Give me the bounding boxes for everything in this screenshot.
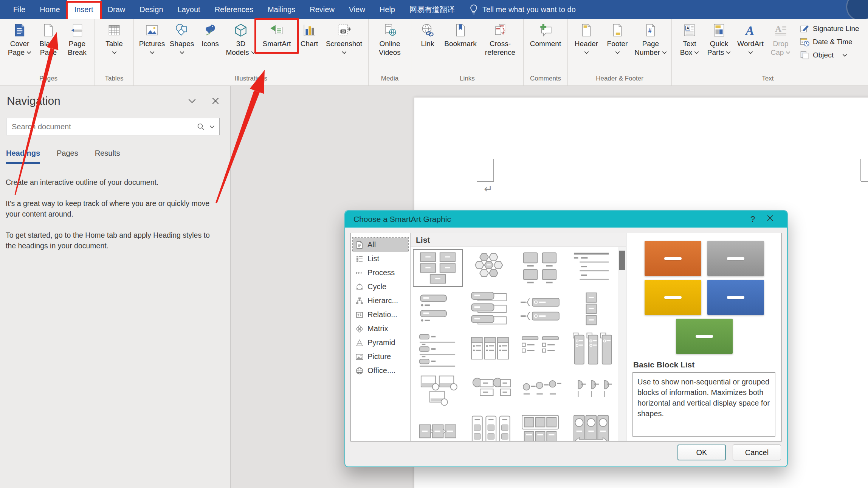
icons-button[interactable]: Icons <box>197 19 224 57</box>
account-avatar[interactable] <box>846 0 868 19</box>
tab-draw[interactable]: Draw <box>101 0 133 19</box>
drop-cap-button[interactable]: A Drop Cap <box>767 19 794 57</box>
gallery-section-header: List <box>411 233 626 247</box>
footer-button[interactable]: Footer <box>602 19 633 57</box>
online-videos-button[interactable]: Online Videos <box>372 19 408 57</box>
chevron-down-icon <box>615 51 620 54</box>
pane-options-chevron-icon[interactable] <box>187 96 197 106</box>
link-button[interactable]: Link <box>414 19 441 57</box>
smartart-thumbnail-half-circle-list[interactable] <box>567 372 617 409</box>
smartart-thumbnail-continuous-picture-list[interactable] <box>567 412 617 441</box>
wordart-button[interactable]: A WordArt <box>734 19 767 57</box>
smartart-thumbnail-lined-list-overlap[interactable] <box>464 290 514 328</box>
search-input[interactable] <box>6 122 197 131</box>
gallery-scrollbar-thumb[interactable] <box>619 251 625 270</box>
tab-design[interactable]: Design <box>132 0 170 19</box>
category-item-pyramid[interactable]: Pyramid <box>353 336 408 350</box>
gallery-scrollbar[interactable] <box>618 247 626 441</box>
signature-line-button[interactable]: Signature Line <box>800 24 859 34</box>
tab-file[interactable]: File <box>6 0 33 19</box>
chart-button[interactable]: Chart <box>296 19 323 57</box>
cover-page-button[interactable]: Cover Page <box>5 19 34 57</box>
smartart-thumbnail-vertical-bullet-list[interactable] <box>413 290 463 328</box>
category-item-all[interactable]: All <box>353 238 408 252</box>
bookmark-button[interactable]: Bookmark <box>441 19 480 57</box>
category-item-list[interactable]: List <box>353 252 408 266</box>
shapes-button[interactable]: Shapes <box>167 19 197 57</box>
pane-close-icon[interactable] <box>211 96 220 106</box>
tab-home[interactable]: Home <box>33 0 67 19</box>
smartart-thumbnail-circle-accent-list[interactable] <box>464 372 514 409</box>
help-paragraph: To get started, go to the Home tab and a… <box>6 230 220 251</box>
ok-button[interactable]: OK <box>677 445 726 460</box>
search-icon[interactable] <box>197 122 205 131</box>
header-button[interactable]: Header <box>571 19 602 57</box>
tab-view[interactable]: View <box>342 0 372 19</box>
quick-parts-button[interactable]: Quick Parts <box>704 19 734 57</box>
category-item-office[interactable]: Office.... <box>353 364 408 378</box>
smartart-thumbnail-stacked-list[interactable] <box>464 412 514 441</box>
cross-reference-button[interactable]: Cross- reference <box>480 19 520 57</box>
smartart-thumbnail-increasing-list[interactable] <box>413 331 463 369</box>
tab-layout[interactable]: Layout <box>170 0 208 19</box>
cancel-button[interactable]: Cancel <box>733 445 781 460</box>
tab-help[interactable]: Help <box>372 0 402 19</box>
tell-me-box[interactable]: Tell me what you want to do <box>462 0 583 19</box>
comment-icon <box>538 23 553 37</box>
svg-text:#: # <box>648 28 652 34</box>
category-item-process[interactable]: Process <box>353 266 408 280</box>
smartart-thumbnail-picture-accent-list[interactable] <box>413 372 463 409</box>
paragraph-mark: ↵ <box>484 183 493 195</box>
smartart-thumbnail-basic-block-list[interactable] <box>413 249 463 287</box>
smartart-thumbnail-vertical-box-list[interactable] <box>567 290 617 328</box>
help-button[interactable]: ? <box>744 214 761 224</box>
smartart-button[interactable]: SmartArt <box>258 19 296 57</box>
tab-mailings[interactable]: Mailings <box>260 0 302 19</box>
hierarchy-category-icon <box>355 297 364 305</box>
smartart-thumbnail-horizontal-bullet-list[interactable] <box>515 331 565 369</box>
smartart-thumbnail-alternating-hexagons[interactable] <box>464 249 514 287</box>
smartart-thumbnail-vertical-accent-list[interactable] <box>567 331 617 369</box>
page-number-button[interactable]: # Page Number <box>633 19 668 57</box>
ribbon-group-illustrations: Pictures Shapes Icons 3D Models SmartArt <box>134 19 369 85</box>
tab-insert[interactable]: Insert <box>67 0 101 19</box>
preview-shape-green <box>676 319 733 354</box>
category-item-hierarchy[interactable]: Hierarc... <box>353 294 408 308</box>
gallery-grid <box>412 247 617 441</box>
smartart-thumbnail-lined-list[interactable] <box>567 249 617 287</box>
dialog-title-bar[interactable]: Choose a SmartArt Graphic ? <box>345 211 787 228</box>
tab-youdao-translate[interactable]: 网易有道翻译 <box>402 0 462 19</box>
smartart-thumbnail-bending-list[interactable] <box>413 412 463 441</box>
dialog-footer: OK Cancel <box>677 445 781 460</box>
tab-references[interactable]: References <box>208 0 260 19</box>
category-item-matrix[interactable]: Matrix <box>353 322 408 336</box>
comment-button[interactable]: Comment <box>527 19 564 57</box>
tab-review[interactable]: Review <box>302 0 342 19</box>
ribbon-group-media: Online Videos Media <box>369 19 411 85</box>
smartart-thumbnail-picture-caption-list[interactable] <box>515 249 565 287</box>
category-item-picture[interactable]: Picture <box>353 350 408 364</box>
smartart-thumbnail-grouped-list[interactable] <box>515 412 565 441</box>
tab-results[interactable]: Results <box>95 149 120 164</box>
tab-pages[interactable]: Pages <box>57 149 78 164</box>
category-item-relationship[interactable]: Relatio... <box>353 308 408 322</box>
dialog-close-button[interactable] <box>761 214 779 224</box>
tab-headings[interactable]: Headings <box>6 149 40 164</box>
page-break-button[interactable]: Page Break <box>63 19 91 57</box>
chevron-down-icon <box>694 51 699 54</box>
help-paragraph: It's a great way to keep track of where … <box>6 198 220 219</box>
date-time-button[interactable]: Date & Time <box>800 37 859 47</box>
text-box-button[interactable]: A Text Box <box>675 19 704 57</box>
smartart-thumbnail-brace-list[interactable] <box>515 290 565 328</box>
smartart-thumbnail-alternating-circles[interactable] <box>515 372 565 409</box>
3d-models-button[interactable]: 3D Models <box>224 19 258 57</box>
category-item-cycle[interactable]: Cycle <box>353 280 408 294</box>
search-options-chevron-icon[interactable] <box>209 125 215 129</box>
screenshot-button[interactable]: Screenshot <box>323 19 365 57</box>
menu-bar: File Home Insert Draw Design Layout Refe… <box>0 0 868 19</box>
blank-page-button[interactable]: Blank Page <box>34 19 63 57</box>
pictures-button[interactable]: Pictures <box>137 19 167 57</box>
table-button[interactable]: Table <box>98 19 130 57</box>
object-button[interactable]: Object <box>800 50 859 60</box>
smartart-thumbnail-column-list[interactable] <box>464 331 514 369</box>
